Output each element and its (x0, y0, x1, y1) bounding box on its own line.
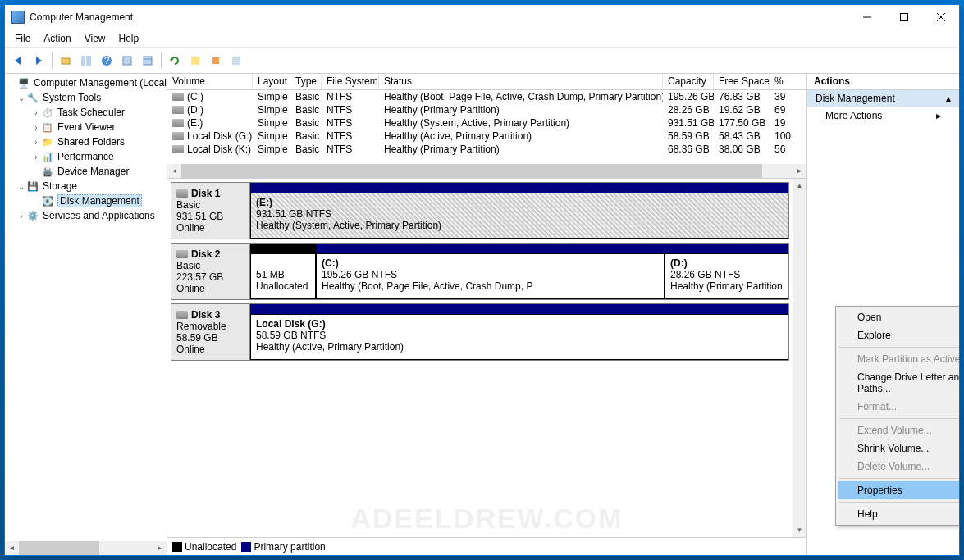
help-button[interactable]: ? (97, 51, 117, 71)
maximize-button[interactable] (885, 6, 922, 30)
svg-rect-11 (123, 57, 131, 65)
svg-text:?: ? (104, 55, 110, 66)
ctx-open[interactable]: Open (838, 308, 959, 326)
nav-tree[interactable]: 🖥️Computer Management (Local ⌄🔧System To… (5, 74, 167, 555)
tree-storage[interactable]: ⌄💾Storage (5, 179, 167, 193)
disk-1-partition-e[interactable]: (E:) 931.51 GB NTFS Healthy (System, Act… (250, 193, 788, 239)
col-free[interactable]: Free Space (714, 74, 770, 89)
volume-header[interactable]: Volume Layout Type File System Status Ca… (167, 74, 806, 90)
svg-rect-8 (86, 56, 91, 66)
svg-rect-7 (81, 56, 85, 66)
close-button[interactable] (922, 6, 959, 30)
forward-button[interactable] (29, 51, 48, 71)
tree-event-viewer[interactable]: ›📋Event Viewer (5, 120, 167, 134)
settings-button[interactable] (185, 51, 205, 71)
svg-rect-1 (900, 14, 907, 21)
disk-2-partition-c[interactable]: (C:) 195.26 GB NTFS Healthy (Boot, Page … (316, 253, 665, 299)
window-title: Computer Management (30, 11, 848, 23)
disk-3-row[interactable]: Disk 3 Removable 58.59 GB Online Local D… (171, 303, 789, 361)
tree-services[interactable]: ›⚙️Services and Applications (5, 208, 167, 223)
col-layout[interactable]: Layout (253, 74, 290, 89)
center-pane: Volume Layout Type File System Status Ca… (167, 74, 807, 555)
actions-more[interactable]: More Actions▸ (807, 107, 959, 124)
ctx-extend-volume: Extend Volume... (838, 421, 959, 439)
col-volume[interactable]: Volume (167, 74, 253, 89)
ctx-delete-volume: Delete Volume... (838, 458, 959, 476)
svg-rect-15 (191, 57, 199, 65)
show-hide-button[interactable] (76, 51, 96, 71)
titlebar: Computer Management (5, 5, 959, 30)
ctx-shrink-volume[interactable]: Shrink Volume... (838, 439, 959, 458)
col-pct[interactable]: % (770, 74, 806, 89)
tree-device-manager[interactable]: 🖨️Device Manager (5, 164, 167, 179)
collapse-icon: ▴ (946, 93, 951, 104)
svg-rect-17 (232, 57, 240, 65)
ctx-properties[interactable]: Properties (838, 481, 959, 499)
col-capacity[interactable]: Capacity (663, 74, 714, 89)
disk-2-unallocated[interactable]: 51 MBUnallocated (250, 253, 316, 299)
actions-disk-management[interactable]: Disk Management▴ (807, 90, 959, 107)
volume-row[interactable]: (D:)SimpleBasicNTFSHealthy (Primary Part… (167, 103, 806, 116)
tree-disk-management[interactable]: 💽Disk Management (5, 193, 167, 208)
svg-rect-6 (62, 58, 70, 64)
refresh-button[interactable] (165, 51, 185, 71)
list-button[interactable] (138, 51, 158, 71)
tree-performance[interactable]: ›📊Performance (5, 149, 167, 164)
watermark: ADEELDREW.COM (351, 503, 624, 535)
actions-header: Actions (807, 74, 959, 90)
volume-row[interactable]: (E:)SimpleBasicNTFSHealthy (System, Acti… (167, 116, 806, 130)
ctx-explore[interactable]: Explore (838, 326, 959, 344)
svg-marker-14 (170, 59, 173, 62)
menu-help[interactable]: Help (112, 31, 146, 46)
svg-rect-16 (212, 57, 219, 64)
disk-2-label[interactable]: Disk 2 Basic 223.57 GB Online (171, 244, 250, 299)
tree-shared-folders[interactable]: ›📁Shared Folders (5, 134, 167, 149)
ctx-format: Format... (838, 398, 959, 416)
context-menu: Open Explore Mark Partition as Active Ch… (835, 306, 959, 526)
app-icon (11, 11, 25, 24)
disk-2-row[interactable]: Disk 2 Basic 223.57 GB Online 51 MBUnall… (171, 243, 789, 300)
disk-2-partition-d[interactable]: (D:) 28.26 GB NTFS Healthy (Primary Part… (665, 253, 788, 299)
tree-task-scheduler[interactable]: ›⏱️Task Scheduler (5, 105, 167, 120)
menubar: File Action View Help (5, 30, 959, 48)
svg-rect-12 (144, 57, 152, 65)
disk-graphical-view: Disk 1 Basic 931.51 GB Online (E:) 931.5… (167, 179, 806, 555)
window: Computer Management File Action View Hel… (4, 4, 960, 556)
arrow-right-icon: ▸ (936, 110, 941, 121)
ctx-change-drive-letter[interactable]: Change Drive Letter and Paths... (838, 368, 959, 398)
main-content: 🖥️Computer Management (Local ⌄🔧System To… (5, 74, 959, 555)
volume-row[interactable]: Local Disk (K:)SimpleBasicNTFSHealthy (P… (167, 143, 806, 156)
disk-3-label[interactable]: Disk 3 Removable 58.59 GB Online (171, 304, 250, 360)
back-button[interactable] (8, 51, 28, 71)
tree-scrollbar[interactable]: ◄► (5, 541, 167, 555)
action-button[interactable] (206, 51, 226, 71)
col-type[interactable]: Type (290, 74, 322, 89)
up-button[interactable] (56, 51, 75, 71)
menu-view[interactable]: View (78, 31, 112, 46)
col-status[interactable]: Status (379, 74, 663, 89)
disks-vscrollbar[interactable]: ▲▼ (793, 179, 806, 537)
volume-row[interactable]: Local Disk (G:)SimpleBasicNTFSHealthy (A… (167, 130, 806, 143)
volume-scrollbar[interactable]: ◄► (167, 164, 806, 178)
disk-1-label[interactable]: Disk 1 Basic 931.51 GB Online (171, 183, 250, 239)
ctx-mark-active: Mark Partition as Active (838, 350, 959, 368)
toolbar: ? (5, 48, 959, 74)
disk-3-partition-g[interactable]: Local Disk (G:) 58.59 GB NTFS Healthy (A… (250, 314, 788, 360)
more-button[interactable] (226, 51, 246, 71)
tree-root[interactable]: 🖥️Computer Management (Local (5, 75, 167, 90)
col-fs[interactable]: File System (322, 74, 379, 89)
volume-row[interactable]: (C:)SimpleBasicNTFSHealthy (Boot, Page F… (167, 90, 806, 103)
svg-marker-4 (15, 57, 21, 65)
volume-table: Volume Layout Type File System Status Ca… (167, 74, 806, 179)
minimize-button[interactable] (848, 6, 885, 30)
tree-system-tools[interactable]: ⌄🔧System Tools (5, 90, 167, 105)
menu-file[interactable]: File (8, 31, 37, 46)
legend: Unallocated Primary partition (167, 537, 806, 555)
properties-button[interactable] (117, 51, 137, 71)
disk-1-row[interactable]: Disk 1 Basic 931.51 GB Online (E:) 931.5… (171, 182, 789, 239)
svg-marker-5 (36, 57, 42, 65)
ctx-help[interactable]: Help (838, 505, 959, 523)
menu-action[interactable]: Action (37, 31, 77, 46)
